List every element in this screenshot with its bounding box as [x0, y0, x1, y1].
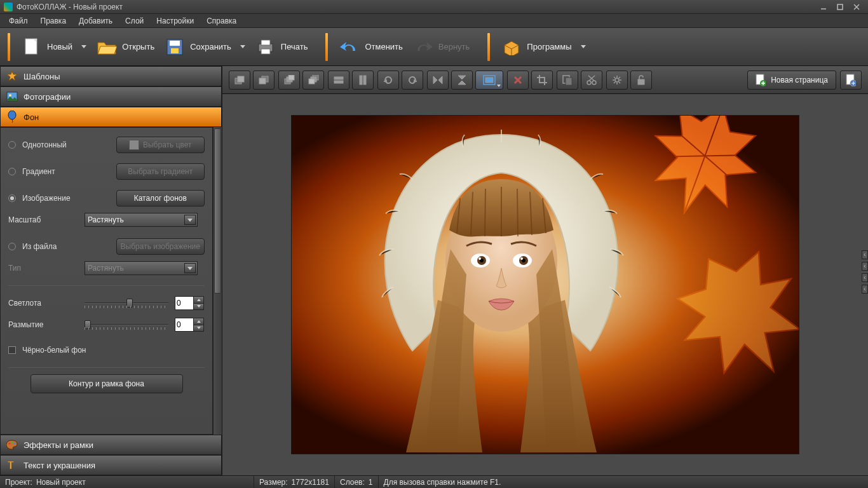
- color-swatch-icon: [129, 140, 139, 150]
- page-settings-button[interactable]: [840, 71, 862, 90]
- svg-rect-30: [334, 77, 343, 79]
- text-icon: T: [6, 459, 18, 471]
- sidebar-tab-effects[interactable]: Эффекты и рамки: [0, 435, 222, 455]
- lightness-spinner[interactable]: [175, 296, 204, 310]
- lightness-slider[interactable]: [85, 297, 168, 309]
- pick-gradient-button[interactable]: Выбрать градиент: [116, 163, 205, 180]
- type-label: Тип: [8, 264, 78, 273]
- svg-point-18: [14, 443, 16, 445]
- side-handles[interactable]: [862, 250, 868, 294]
- canvas-area: Новая страница: [222, 66, 868, 475]
- sidebar-tab-templates[interactable]: Шаблоны: [0, 66, 222, 86]
- canvas-viewport[interactable]: [222, 94, 868, 475]
- align-h-button[interactable]: [328, 71, 349, 90]
- menu-edit[interactable]: Правка: [34, 15, 73, 27]
- photo-icon: [6, 90, 18, 103]
- bw-checkbox[interactable]: [8, 346, 16, 354]
- delete-button[interactable]: [507, 71, 529, 90]
- new-page-button[interactable]: Новая страница: [747, 71, 836, 90]
- align-v-button[interactable]: [352, 71, 374, 90]
- toolbar-separator-icon: [325, 33, 328, 61]
- print-button[interactable]: Печать: [250, 34, 313, 60]
- menu-layer[interactable]: Слой: [119, 15, 150, 27]
- svg-marker-38: [458, 76, 466, 79]
- radio-image[interactable]: [8, 194, 16, 202]
- svg-point-15: [8, 111, 16, 119]
- svg-marker-34: [384, 79, 387, 83]
- catalog-button[interactable]: Каталог фонов: [116, 190, 205, 207]
- svg-line-61: [485, 189, 485, 236]
- svg-point-17: [11, 442, 13, 444]
- pick-image-button[interactable]: Выбрать изображение: [116, 238, 205, 255]
- bring-front-button[interactable]: [229, 71, 250, 90]
- minimize-button[interactable]: [816, 2, 831, 12]
- lightness-label: Светлота: [8, 299, 78, 308]
- page-plus-icon: [756, 74, 766, 86]
- svg-point-14: [9, 94, 11, 97]
- forward-button[interactable]: [278, 71, 300, 90]
- flip-h-button[interactable]: [427, 71, 449, 90]
- status-help: Для вызова справки нажмите F1.: [384, 478, 501, 487]
- menu-settings[interactable]: Настройки: [150, 15, 200, 27]
- sidebar-tab-text[interactable]: T Текст и украшения: [0, 455, 222, 475]
- status-bar: Проект: Новый проект Размер: 1772x1181 С…: [0, 475, 868, 488]
- save-button[interactable]: Сохранить: [159, 34, 250, 60]
- svg-marker-36: [433, 76, 437, 84]
- svg-text:T: T: [8, 460, 14, 471]
- svg-point-47: [592, 81, 596, 85]
- canvas-toolbar: Новая страница: [222, 66, 868, 94]
- open-button[interactable]: Открыть: [92, 34, 159, 60]
- blur-spinner[interactable]: [175, 318, 204, 332]
- folder-open-icon: [97, 37, 117, 57]
- radio-solid[interactable]: [8, 141, 16, 149]
- programs-button[interactable]: Программы: [496, 34, 590, 60]
- redo-icon: [413, 37, 433, 57]
- blur-slider[interactable]: [85, 318, 168, 331]
- undo-button[interactable]: Отменить: [334, 34, 407, 60]
- app-logo-icon: [4, 3, 13, 11]
- backward-button[interactable]: [302, 71, 324, 90]
- svg-marker-37: [438, 76, 442, 84]
- undo-icon: [339, 37, 360, 57]
- svg-rect-7: [170, 41, 180, 46]
- close-button[interactable]: [849, 2, 864, 12]
- crop-button[interactable]: [531, 71, 553, 90]
- chevron-down-icon: [81, 45, 86, 48]
- svg-rect-29: [309, 79, 315, 84]
- copy-button[interactable]: [557, 71, 578, 90]
- maximize-button[interactable]: [832, 2, 848, 12]
- sidebar: Шаблоны Фотографии Фон Однотонный Выбрат…: [0, 66, 222, 475]
- pick-color-button[interactable]: Выбрать цвет: [116, 137, 205, 153]
- outline-frame-button[interactable]: Контур и рамка фона: [31, 374, 183, 393]
- settings-button[interactable]: [606, 71, 628, 90]
- menu-help[interactable]: Справка: [200, 15, 243, 27]
- radio-from-file[interactable]: [8, 243, 16, 250]
- new-button[interactable]: Новый: [17, 34, 92, 60]
- svg-marker-12: [7, 71, 17, 81]
- print-icon: [255, 37, 276, 57]
- panel-scrollbar[interactable]: [213, 127, 222, 435]
- toolbar-separator-icon: [8, 33, 10, 61]
- fit-button[interactable]: [475, 71, 503, 90]
- status-size-value: 1772x1181: [292, 478, 329, 487]
- lock-button[interactable]: [630, 71, 652, 90]
- scale-combo[interactable]: Растянуть: [85, 213, 198, 227]
- sidebar-tab-background[interactable]: Фон: [0, 107, 222, 127]
- chevron-down-icon: [184, 263, 196, 273]
- radio-gradient[interactable]: [8, 168, 16, 175]
- menu-file[interactable]: Файл: [3, 15, 34, 27]
- rotate-ccw-button[interactable]: [377, 71, 399, 90]
- scale-label: Масштаб: [8, 215, 78, 224]
- divider: [8, 285, 205, 286]
- menu-add[interactable]: Добавить: [72, 15, 119, 27]
- canvas[interactable]: [291, 115, 799, 454]
- svg-marker-35: [414, 79, 417, 83]
- cut-button[interactable]: [581, 71, 602, 90]
- rotate-cw-button[interactable]: [402, 71, 423, 90]
- send-back-button[interactable]: [253, 71, 275, 90]
- sidebar-tab-photos[interactable]: Фотографии: [0, 86, 222, 107]
- flip-v-button[interactable]: [451, 71, 473, 90]
- redo-button[interactable]: Вернуть: [408, 34, 475, 60]
- chevron-down-icon: [581, 45, 586, 48]
- title-bar: ФотоКОЛЛАЖ - Новый проект: [0, 0, 868, 14]
